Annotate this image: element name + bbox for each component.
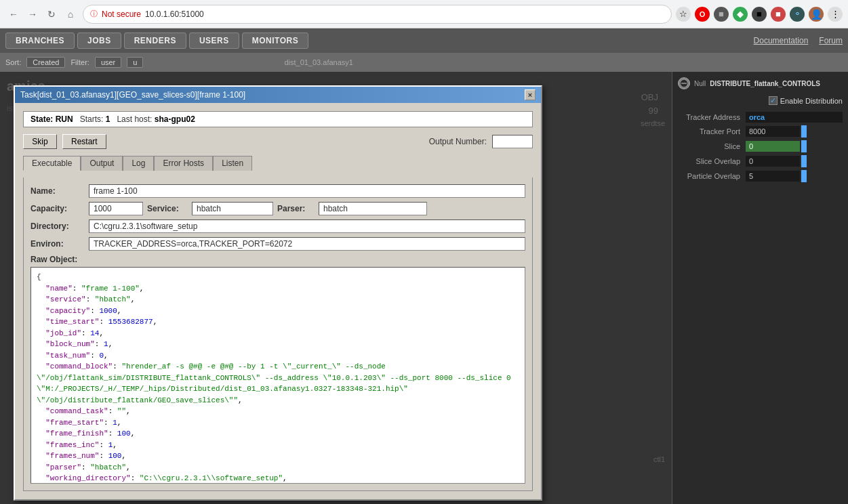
tracker-address-row: Tracker Address orca [678, 112, 843, 123]
slice-overlap-value[interactable]: 0 [746, 156, 800, 167]
tracker-port-slider[interactable] [801, 125, 807, 138]
modal-body: State: RUN Starts: 1 Last host: sha-gpu0… [15, 103, 541, 499]
particle-overlap-value[interactable]: 5 [746, 171, 800, 182]
tab-row: Executable Output Log Error Hosts Listen [23, 156, 533, 171]
tab-listen[interactable]: Listen [213, 156, 252, 171]
last-host-label: Last host: [117, 114, 152, 124]
address-bar[interactable]: ⓘ Not secure 10.0.1.60:51000 [83, 5, 672, 24]
reload-button[interactable]: ↻ [43, 6, 60, 22]
slice-value[interactable]: 0 [746, 141, 800, 152]
slice-row: Slice 0 [678, 140, 843, 152]
ext-icon-5[interactable]: ⚬ [790, 7, 805, 22]
name-field-row: Name: [31, 184, 525, 198]
directory-field-row: Directory: [31, 219, 525, 233]
modal-title-bar: Task[dist_01_03.afanasy1][GEO_save_slice… [15, 87, 541, 103]
home-button[interactable]: ⌂ [62, 6, 79, 22]
user-avatar[interactable]: 👤 [809, 7, 824, 22]
particle-overlap-label: Particle Overlap [678, 172, 746, 180]
tracker-port-value[interactable]: 8000 [746, 126, 800, 137]
tracker-address-input-row: orca [746, 112, 843, 123]
opera-icon[interactable]: O [695, 7, 710, 22]
back-button[interactable]: ← [5, 6, 22, 22]
environ-input[interactable] [89, 237, 525, 251]
capacity-input[interactable] [89, 202, 143, 215]
starts-value: 1 [106, 114, 110, 124]
tab-log[interactable]: Log [123, 156, 154, 171]
documentation-link[interactable]: Documentation [754, 36, 809, 45]
forum-link[interactable]: Forum [819, 36, 843, 45]
sort-label: Sort: [5, 58, 21, 66]
slice-label: Slice [678, 142, 746, 150]
state-text: State: RUN [31, 114, 73, 124]
ext-icon-2[interactable]: ◆ [733, 7, 748, 22]
nav-tab-users[interactable]: USERS [189, 33, 239, 49]
raw-json-content[interactable]: { "name": "frame 1-100", "service": "hba… [31, 267, 525, 484]
ext-icon-3[interactable]: ■ [752, 7, 767, 22]
nav-tab-branches[interactable]: BRANCHES [5, 33, 75, 49]
nav-tab-jobs[interactable]: JOBS [77, 33, 121, 49]
tracker-port-input-row: 8000 [746, 125, 843, 138]
main-content: amics istributed OBJ 99 serdtse ctl1 Tas… [0, 72, 848, 504]
modal-close-button[interactable]: × [525, 89, 536, 100]
tracker-port-row: Tracker Port 8000 [678, 125, 843, 138]
slice-overlap-label: Slice Overlap [678, 157, 746, 165]
nav-tab-renders[interactable]: RENDERS [124, 33, 186, 49]
environ-field-row: Environ: [31, 237, 525, 251]
ext-icon-4[interactable]: ■ [771, 7, 786, 22]
enable-distribution-checkbox[interactable]: ✓ [769, 96, 778, 105]
task-modal: Task[dist_01_03.afanasy1][GEO_save_slice… [14, 85, 542, 501]
last-host-value: sha-gpu02 [155, 114, 195, 124]
tracker-port-label: Tracker Port [678, 127, 746, 135]
right-panel-header: Null DISTRIBUTE_flattank_CONTROLS [678, 77, 843, 89]
nav-tab-monitors[interactable]: MONITORS [242, 33, 308, 49]
url-display: 10.0.1.60:51000 [145, 9, 204, 19]
service-label: Service: [147, 204, 188, 213]
directory-label: Directory: [31, 222, 85, 231]
filter-label: Filter: [70, 58, 89, 66]
service-input[interactable] [192, 202, 273, 215]
null-node-icon [678, 77, 690, 89]
tab-output[interactable]: Output [81, 156, 123, 171]
particle-overlap-slider[interactable] [801, 170, 807, 182]
browser-icons: ☆ O ■ ◆ ■ ■ ⚬ 👤 ⋮ [676, 7, 843, 22]
output-number-input[interactable] [492, 135, 533, 148]
particle-overlap-row: Particle Overlap 5 [678, 170, 843, 182]
null-label: Null [694, 80, 706, 87]
skip-button[interactable]: Skip [23, 134, 57, 149]
ext-icon-1[interactable]: ■ [714, 7, 729, 22]
environ-label: Environ: [31, 239, 85, 249]
tracker-address-label: Tracker Address [678, 113, 746, 121]
filter-extra-button[interactable]: u [127, 57, 143, 68]
nav-links: Documentation Forum [754, 36, 843, 45]
action-buttons-row: Skip Restart Output Number: [23, 134, 533, 149]
starts-label: Starts: [80, 114, 104, 124]
name-input[interactable] [89, 184, 525, 198]
slice-slider[interactable] [801, 140, 807, 152]
tab-error-hosts[interactable]: Error Hosts [154, 156, 213, 171]
nav-bar: BRANCHES JOBS RENDERS USERS MONITORS Doc… [0, 28, 848, 53]
filter-user-button[interactable]: user [95, 57, 121, 68]
slice-overlap-slider[interactable] [801, 155, 807, 167]
lock-icon: ⓘ [90, 9, 98, 19]
left-background: amics istributed OBJ 99 serdtse ctl1 Tas… [0, 72, 672, 504]
name-label: Name: [31, 186, 85, 196]
tracker-address-value[interactable]: orca [746, 112, 843, 123]
state-bar: State: RUN Starts: 1 Last host: sha-gpu0… [23, 111, 533, 127]
enable-distribution-row: ✓ Enable Distribution [678, 96, 843, 105]
sort-button[interactable]: Created [26, 57, 65, 68]
browser-chrome: ← → ↻ ⌂ ⓘ Not secure 10.0.1.60:51000 ☆ O… [0, 0, 848, 28]
parser-input[interactable] [319, 202, 427, 215]
slice-overlap-row: Slice Overlap 0 [678, 155, 843, 167]
tab-executable[interactable]: Executable [23, 156, 81, 171]
raw-object-label: Raw Object: [31, 255, 525, 264]
filter-bar: Sort: Created Filter: user u dist_01_03.… [0, 53, 848, 72]
forward-button[interactable]: → [24, 6, 41, 22]
restart-button[interactable]: Restart [62, 134, 106, 149]
bookmark-icon[interactable]: ☆ [676, 7, 691, 22]
slice-overlap-input-row: 0 [746, 155, 843, 167]
output-number-label: Output Number: [429, 137, 487, 146]
menu-button[interactable]: ⋮ [828, 7, 843, 22]
directory-input[interactable] [89, 219, 525, 233]
dist-label: dist_01_03.afanasy1 [284, 58, 353, 66]
right-panel-title: DISTRIBUTE_flattank_CONTROLS [710, 80, 820, 87]
